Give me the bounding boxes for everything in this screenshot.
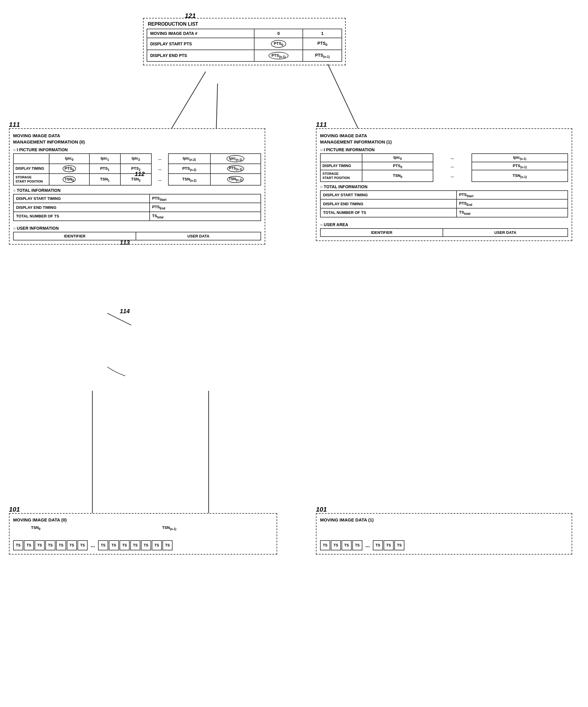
ts-cell: TS	[341, 540, 352, 550]
ts-cell: TS	[373, 540, 383, 550]
ref-112: 112	[135, 171, 145, 177]
tnt-label: TOTAL NUMBER OF TS	[13, 212, 150, 221]
sp-tsn0: TSN0	[49, 174, 89, 185]
dtr-ptsn1: PTS(n-1)	[472, 162, 568, 170]
ts-cell: TS	[331, 540, 341, 550]
detr-label: DISPLAY END TIMING	[320, 199, 456, 208]
ts-cell: TS	[130, 540, 140, 550]
mgmt-right-box: MOVING IMAGE DATAMANAGEMENT INFORMATION …	[316, 128, 572, 241]
tsn-labels: TSN0 TSN(n-1)	[13, 525, 273, 537]
repro-col-0: 0	[254, 29, 303, 38]
spr-label: STORAGESTART POSITION	[320, 170, 362, 182]
table-row: STORAGESTART POSITION TSN0 ... TSN(n-1)	[320, 170, 568, 182]
table-row: MOVING IMAGE DATA # 0 1	[147, 29, 342, 38]
data-right-box: MOVING IMAGE DATA (1) TS TS TS TS ... TS…	[316, 513, 572, 554]
ref-101-right: 101	[316, 506, 327, 513]
mgmt-left-box: MOVING IMAGE DATAMANAGEMENT INFORMATION …	[9, 128, 265, 245]
table-row: TOTAL NUMBER OF TS TStotal	[13, 212, 261, 221]
ts-row-left: TS TS TS TS TS TS TS ... TS TS TS TS TS …	[13, 540, 273, 550]
sp-dots: ...	[151, 174, 169, 185]
ts-cell: TS	[56, 540, 66, 550]
total-label-right: ○ TOTAL INFORMATION	[320, 184, 568, 189]
dstr-label: DISPLAY START TIMING	[320, 191, 456, 200]
oval-ptsn1: PTS(n-1)	[268, 52, 289, 60]
identifier-right: IDENTIFIER	[320, 229, 443, 237]
repro-table: MOVING IMAGE DATA # 0 1 DISPLAY START PT…	[147, 29, 342, 62]
ts-cell: TS	[141, 540, 151, 550]
ipic-1: Ipic1	[89, 154, 120, 164]
table-row: IDENTIFIER USER DATA	[320, 229, 568, 237]
ts-cell: TS	[119, 540, 130, 550]
ts-cell: TS	[383, 540, 394, 550]
oval-pts0: PTS0	[271, 40, 286, 48]
dt-pts0: PTS0	[49, 164, 89, 174]
user-data-right: USER DATA	[443, 229, 568, 237]
dst-label: DISPLAY START TIMING	[13, 194, 150, 203]
ipic-table-left: Ipic0 Ipic1 Ipic2 ... Ipic(n-2) Ipic(n-1…	[13, 153, 261, 186]
table-row: Ipic0 ... Ipic(n-1)	[320, 154, 568, 162]
ref-114: 114	[120, 308, 130, 315]
data-left-box: MOVING IMAGE DATA (0) TSN0 TSN(n-1) TS T…	[9, 513, 277, 554]
tntr-label: TOTAL NUMBER OF TS	[320, 208, 456, 217]
table-row: TOTAL NUMBER OF TS TStotal	[320, 208, 568, 217]
mgmt-left-header: MOVING IMAGE DATAMANAGEMENT INFORMATION …	[13, 132, 261, 145]
dst-val: PTSStart	[150, 194, 261, 203]
spr-dots: ...	[433, 170, 472, 182]
repro-dsp-0: PTS0	[254, 38, 303, 50]
table-row: DISPLAY END TIMING PTSEnd	[13, 203, 261, 212]
user-label-left: ○ USER INFORMATION	[13, 226, 261, 231]
table-row: Ipic0 Ipic1 Ipic2 ... Ipic(n-2) Ipic(n-1…	[13, 154, 261, 164]
data-left-header: MOVING IMAGE DATA (0)	[13, 517, 273, 523]
ts-cell: TS	[109, 540, 119, 550]
ts-cell: TS	[35, 540, 45, 550]
repro-dsp-1: PTS0	[303, 38, 342, 50]
ipic-label-left: ○ I PICTURE INFORMATION	[13, 147, 261, 152]
ipic-n2: Ipic(n-2)	[169, 154, 210, 164]
detr-val: PTSEnd	[456, 199, 568, 208]
ref-113: 113	[120, 239, 130, 246]
ipicr-0: Ipic0	[362, 154, 433, 162]
repro-list-box: REPRODUCTION LIST MOVING IMAGE DATA # 0 …	[143, 18, 346, 65]
ts-cell: TS	[67, 540, 77, 550]
spr-tsnN1: TSN(n-1)	[472, 170, 568, 182]
user-label-right: ○ USER AREA	[320, 222, 568, 227]
user-table-right: IDENTIFIER USER DATA	[320, 228, 568, 237]
dt-pts1: PTS1	[89, 164, 120, 174]
tnt-val: TStotal	[150, 212, 261, 221]
mgmt-right-header: MOVING IMAGE DATAMANAGEMENT INFORMATION …	[320, 132, 568, 145]
ts-cell: TS	[24, 540, 34, 550]
det-label: DISPLAY END TIMING	[13, 203, 150, 212]
dstr-val: PTSStart	[456, 191, 568, 200]
dtr-dots: ...	[433, 162, 472, 170]
total-table-left: DISPLAY START TIMING PTSStart DISPLAY EN…	[13, 194, 261, 221]
diagram-container: 121 REPRODUCTION LIST MOVING IMAGE DATA …	[0, 0, 588, 707]
ts-row-container: TS TS TS TS TS TS TS ... TS TS TS TS TS …	[13, 540, 273, 550]
ts-cell: TS	[152, 540, 162, 550]
arrows-overlay	[0, 0, 588, 707]
det-val: PTSEnd	[150, 203, 261, 212]
table-row: DISPLAY END PTS PTS(n-1) PTS(n-1)	[147, 50, 342, 62]
table-row: DISPLAY START TIMING PTSStart	[320, 191, 568, 200]
dt-ptsn2: PTS(n-2)	[169, 164, 210, 174]
repro-dep-label: DISPLAY END PTS	[147, 50, 254, 62]
table-row: DISPLAY TIMING PTS0 ... PTS(n-1)	[320, 162, 568, 170]
identifier-left: IDENTIFIER	[13, 232, 136, 240]
sp-tsnN2: TSN(n-2)	[169, 174, 210, 185]
repro-col-label: MOVING IMAGE DATA #	[147, 29, 254, 38]
ipicr-dots: ...	[433, 154, 472, 162]
repro-list-title: REPRODUCTION LIST	[147, 22, 342, 27]
repro-dsp-label: DISPLAY START PTS	[147, 38, 254, 50]
ref-101-left: 101	[9, 506, 20, 513]
ipic-n1: Ipic(n-1)	[210, 154, 261, 164]
tsn0-label: TSN0	[31, 525, 40, 531]
ts-row-right: TS TS TS TS ... TS TS TS	[320, 540, 568, 550]
ts-cell: TS	[320, 540, 330, 550]
repro-dep-0: PTS(n-1)	[254, 50, 303, 62]
ts-dots-right: ...	[365, 542, 370, 548]
user-table-left: IDENTIFIER USER DATA	[13, 232, 261, 240]
ipic-table-right: Ipic0 ... Ipic(n-1) DISPLAY TIMING PTS0 …	[320, 153, 568, 182]
dt-dots: ...	[151, 164, 169, 174]
ipic-empty	[13, 154, 49, 164]
data-right-header: MOVING IMAGE DATA (1)	[320, 517, 568, 523]
total-table-right: DISPLAY START TIMING PTSStart DISPLAY EN…	[320, 190, 568, 217]
